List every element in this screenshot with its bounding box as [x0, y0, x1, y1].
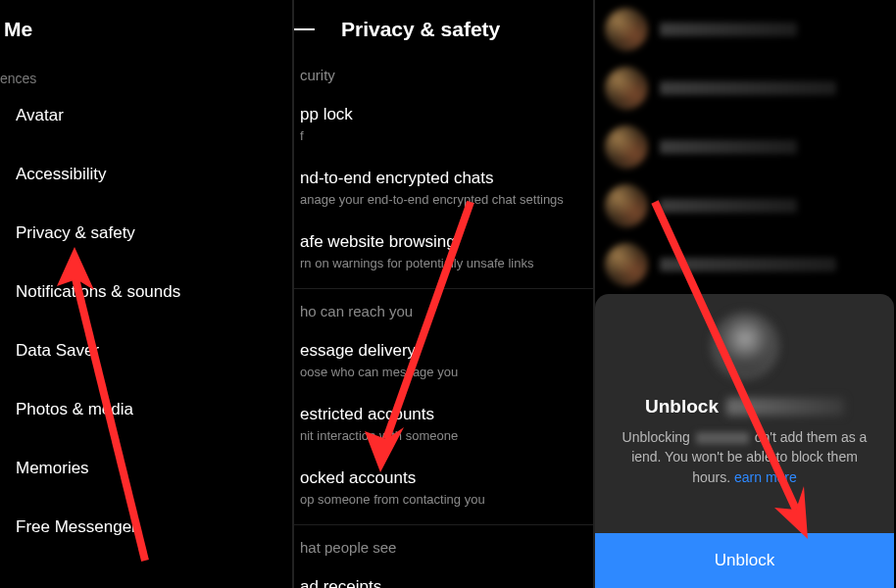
- desc-text: on't add them as a: [755, 429, 868, 445]
- settings-item-photos-media[interactable]: Photos & media: [0, 380, 292, 439]
- blocked-list: [595, 0, 894, 294]
- settings-item-restricted-accounts[interactable]: estricted accounts nit interaction with …: [294, 393, 593, 457]
- item-label: afe website browsing: [300, 232, 583, 252]
- list-item[interactable]: [595, 59, 894, 118]
- section-head-who-can-reach: ho can reach you: [294, 288, 593, 329]
- unblock-button[interactable]: Unblock: [595, 533, 894, 588]
- sheet-title-name-redacted: [726, 398, 844, 416]
- list-item[interactable]: [595, 176, 894, 235]
- item-sublabel: op someone from contacting you: [300, 492, 583, 507]
- blocked-name-redacted: [660, 23, 797, 36]
- blocked-accounts-panel: Unblock Unblocking on't add them as a ie…: [595, 0, 894, 588]
- settings-item-free-messenger[interactable]: Free Messenger: [0, 498, 292, 557]
- unblock-confirmation-sheet: Unblock Unblocking on't add them as a ie…: [595, 294, 894, 588]
- privacy-safety-panel: ⟵ Privacy & safety curity pp lock f nd-t…: [294, 0, 595, 588]
- settings-item-safe-browsing[interactable]: afe website browsing rn on warnings for …: [294, 220, 593, 284]
- list-item[interactable]: [595, 0, 894, 59]
- settings-item-data-saver[interactable]: Data Saver: [0, 321, 292, 380]
- avatar: [605, 67, 648, 110]
- settings-item-memories[interactable]: Memories: [0, 439, 292, 498]
- item-label: essage delivery: [300, 341, 583, 361]
- settings-item-message-delivery[interactable]: essage delivery oose who can message you: [294, 329, 593, 393]
- sheet-title: Unblock: [645, 396, 844, 417]
- list-item[interactable]: [595, 235, 894, 294]
- desc-text: Unblocking: [622, 429, 690, 445]
- settings-item-avatar[interactable]: Avatar: [0, 86, 292, 145]
- avatar: [605, 8, 648, 51]
- back-icon[interactable]: ⟵: [294, 18, 316, 41]
- item-sublabel: rn on warnings for potentially unsafe li…: [300, 256, 583, 270]
- desc-text: iend. You won't be able to block them: [631, 449, 858, 465]
- item-label: pp lock: [300, 105, 583, 124]
- settings-item-privacy-safety[interactable]: Privacy & safety: [0, 204, 292, 263]
- settings-item-blocked-accounts[interactable]: ocked accounts op someone from contactin…: [294, 457, 593, 520]
- desc-text: hours.: [692, 469, 730, 485]
- sheet-description: Unblocking on't add them as a iend. You …: [619, 427, 871, 487]
- settings-item-e2e-chats[interactable]: nd-to-end encrypted chats anage your end…: [294, 157, 593, 220]
- item-sublabel: oose who can message you: [300, 365, 583, 379]
- page-title: Me: [0, 0, 292, 53]
- section-head-security: curity: [294, 53, 593, 93]
- page-title: Privacy & safety: [294, 0, 593, 53]
- settings-item-accessibility[interactable]: Accessibility: [0, 145, 292, 204]
- section-head-what-people-see: hat people see: [294, 524, 593, 565]
- settings-item-notifications-sounds[interactable]: Notifications & sounds: [0, 263, 292, 321]
- avatar: [711, 312, 779, 380]
- avatar: [605, 184, 648, 227]
- section-label-preferences: ences: [0, 53, 292, 86]
- settings-me-panel: Me ences Avatar Accessibility Privacy & …: [0, 0, 294, 588]
- blocked-name-redacted: [660, 140, 797, 154]
- list-item[interactable]: [595, 118, 894, 176]
- blocked-name-redacted: [660, 199, 797, 213]
- avatar: [605, 243, 648, 286]
- settings-item-read-receipts[interactable]: ad receipts: [294, 565, 593, 588]
- blocked-name-redacted: [660, 81, 836, 95]
- learn-more-link[interactable]: earn more: [734, 469, 797, 485]
- item-label: estricted accounts: [300, 405, 583, 424]
- avatar: [605, 125, 648, 169]
- item-sublabel: f: [300, 128, 583, 143]
- settings-item-app-lock[interactable]: pp lock f: [294, 93, 593, 157]
- desc-name-redacted: [696, 432, 749, 444]
- sheet-title-prefix: Unblock: [645, 396, 719, 417]
- item-sublabel: anage your end-to-end encrypted chat set…: [300, 192, 583, 207]
- item-label: nd-to-end encrypted chats: [300, 169, 583, 188]
- item-label: ocked accounts: [300, 468, 583, 488]
- blocked-name-redacted: [660, 258, 836, 271]
- item-sublabel: nit interaction with someone: [300, 428, 583, 443]
- item-label: ad receipts: [300, 577, 583, 588]
